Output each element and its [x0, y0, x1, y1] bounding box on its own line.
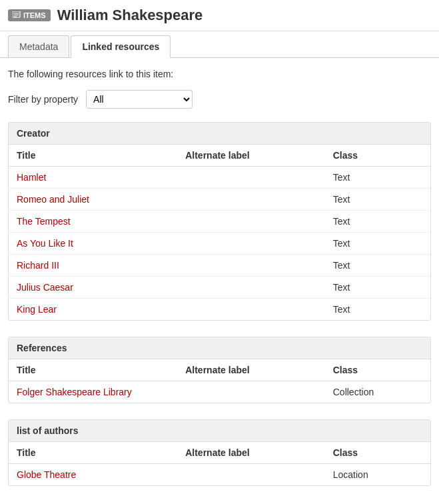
creator-col-alt-label: Alternate label: [177, 145, 325, 167]
row-title[interactable]: As You Like It: [9, 233, 177, 255]
tab-linked-resources[interactable]: Linked resources: [71, 35, 171, 58]
row-class: Collection: [325, 381, 430, 403]
row-class: Text: [325, 255, 430, 277]
row-alternate-label: [177, 381, 325, 403]
table-row: HamletText: [9, 167, 430, 189]
row-alternate-label: [177, 255, 325, 277]
references-col-class: Class: [325, 359, 430, 381]
creator-section-heading: Creator: [9, 123, 430, 145]
tab-metadata[interactable]: Metadata: [8, 35, 69, 57]
references-col-alt-label: Alternate label: [177, 359, 325, 381]
references-table: Title Alternate label Class Folger Shake…: [9, 359, 430, 403]
row-class: Text: [325, 167, 430, 189]
row-title[interactable]: Julius Caesar: [9, 277, 177, 299]
page-title: William Shakespeare: [57, 7, 203, 24]
page-header: ITEMS William Shakespeare: [0, 0, 439, 31]
table-row: Globe TheatreLocation: [9, 464, 430, 486]
authors-col-alt-label: Alternate label: [177, 442, 325, 464]
row-title[interactable]: The Tempest: [9, 211, 177, 233]
row-alternate-label: [177, 233, 325, 255]
badge-label: ITEMS: [23, 11, 46, 19]
row-class: Text: [325, 233, 430, 255]
table-row: Folger Shakespeare LibraryCollection: [9, 381, 430, 403]
row-alternate-label: [177, 167, 325, 189]
row-class: Text: [325, 299, 430, 321]
authors-col-title: Title: [9, 442, 177, 464]
row-class: Text: [325, 277, 430, 299]
authors-col-class: Class: [325, 442, 430, 464]
references-section-heading: References: [9, 337, 430, 359]
list-of-authors-heading: list of authors: [9, 420, 430, 442]
row-title[interactable]: Folger Shakespeare Library: [9, 381, 177, 403]
row-title[interactable]: King Lear: [9, 299, 177, 321]
row-alternate-label: [177, 464, 325, 486]
items-icon: [13, 11, 21, 19]
creator-section: Creator Title Alternate label Class Haml…: [8, 122, 431, 321]
filter-label: Filter by property: [8, 94, 78, 105]
table-row: Richard IIIText: [9, 255, 430, 277]
row-alternate-label: [177, 211, 325, 233]
items-badge: ITEMS: [8, 9, 51, 21]
row-class: Text: [325, 211, 430, 233]
creator-col-class: Class: [325, 145, 430, 167]
table-row: Julius CaesarText: [9, 277, 430, 299]
table-row: Romeo and JulietText: [9, 189, 430, 211]
creator-table: Title Alternate label Class HamletTextRo…: [9, 145, 430, 320]
row-class: Text: [325, 189, 430, 211]
page-description: The following resources link to this ite…: [8, 69, 431, 79]
main-content: The following resources link to this ite…: [0, 58, 439, 504]
row-title[interactable]: Romeo and Juliet: [9, 189, 177, 211]
filter-row: Filter by property All Creator Reference…: [8, 90, 431, 109]
list-of-authors-section: list of authors Title Alternate label Cl…: [8, 419, 431, 486]
row-title[interactable]: Globe Theatre: [9, 464, 177, 486]
row-title[interactable]: Richard III: [9, 255, 177, 277]
table-row: King LearText: [9, 299, 430, 321]
tab-bar: Metadata Linked resources: [0, 35, 439, 58]
row-alternate-label: [177, 277, 325, 299]
table-row: As You Like ItText: [9, 233, 430, 255]
table-row: The TempestText: [9, 211, 430, 233]
row-alternate-label: [177, 299, 325, 321]
row-class: Location: [325, 464, 430, 486]
row-alternate-label: [177, 189, 325, 211]
row-title[interactable]: Hamlet: [9, 167, 177, 189]
filter-select[interactable]: All Creator References list of authors: [86, 90, 193, 109]
creator-col-title: Title: [9, 145, 177, 167]
list-of-authors-table: Title Alternate label Class Globe Theatr…: [9, 442, 430, 485]
references-col-title: Title: [9, 359, 177, 381]
references-section: References Title Alternate label Class F…: [8, 337, 431, 403]
